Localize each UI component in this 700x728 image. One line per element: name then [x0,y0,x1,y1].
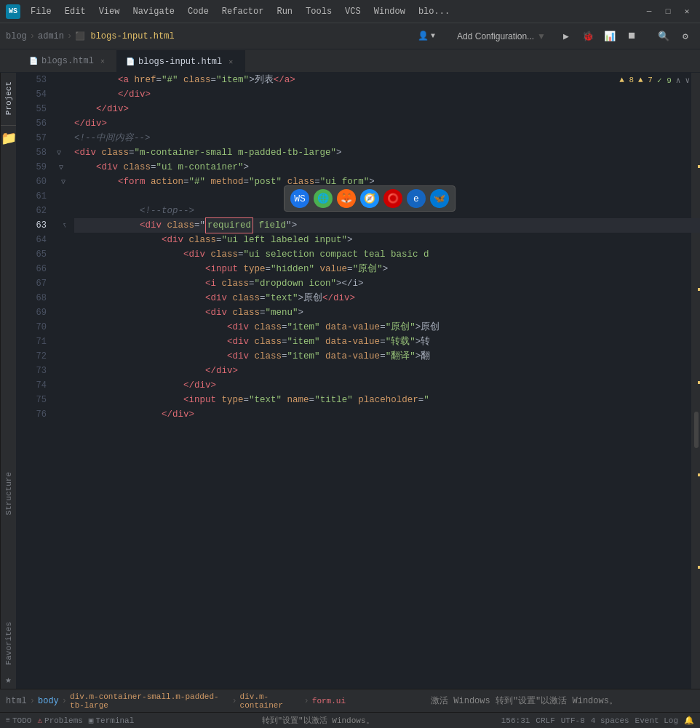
chrome-icon[interactable]: 🌐 [314,189,333,208]
badge-area: ▲ 8 ▲ 7 ✓ 9 ∧ ∨ [619,73,690,87]
breadcrumb-file[interactable]: ⬛ blogs-input.html [75,31,174,41]
code-line-65: <div class="ui selection compact teal ba… [74,247,700,262]
fold-63[interactable]: ▽ [52,218,65,233]
coverage-button[interactable]: 📊 [601,28,619,45]
code-line-70: <div class="item" data-value="原创" >原创 [74,320,700,335]
menu-code[interactable]: Code [182,5,215,18]
status-bar: ≡ TODO ⚠ Problems ▣ Terminal 转到"设置"以激活 W… [0,712,700,728]
code-line-59: <div class="ui m-container" > [74,160,700,175]
bc-html[interactable]: html [6,696,27,706]
close-button[interactable]: ✕ [680,4,694,19]
chevron-up-icon[interactable]: ∧ [676,76,681,85]
sidebar-star-icon[interactable]: ★ [2,671,14,689]
code-line-56: </div> [74,116,700,131]
ie-icon[interactable]: e [407,189,426,208]
sidebar-structure-label[interactable]: Structure [1,466,16,521]
chevron-down-icon[interactable]: ∨ [685,76,690,85]
code-line-55: </div> [74,102,700,116]
terminal-button[interactable]: ▣ Terminal [89,716,134,725]
bottom-breadcrumb: html › body › div.m-container-small.m-pa… [6,692,346,710]
bc-div-container[interactable]: div.m-container-small.m-padded-tb-large [70,692,228,710]
tab-blogs-input-html[interactable]: 📄 blogs-input.html ✕ [117,50,245,72]
maximize-button[interactable]: □ [661,4,675,19]
menu-run[interactable]: Run [271,5,298,18]
code-line-75: <input type="text" name="title" placehol… [74,393,700,407]
warning-badge-1: ▲ 8 [619,76,634,84]
code-line-72: <div class="item" data-value="翻译" >翻 [74,349,700,364]
code-line-69: <div class="menu" > [74,305,700,320]
menu-vcs[interactable]: VCS [339,5,367,18]
tab-close-input[interactable]: ✕ [226,57,236,67]
menu-blog[interactable]: blo... [413,5,456,18]
menu-window[interactable]: Window [368,5,411,18]
app-logo: WS [6,4,20,19]
menu-bar[interactable]: File Edit View Navigate Code Refactor Ru… [25,5,456,18]
notifications-icon[interactable]: 🔔 [684,716,694,725]
fold-60[interactable]: ▽ [52,175,65,189]
line-number-gutter: 53 54 55 56 57 58 59 60 61 62 63 64 65 6… [16,73,52,689]
breadcrumb-admin[interactable]: admin [38,31,64,41]
editor-area: Project 📁 Structure Favorites ★ 53 54 55… [0,73,700,689]
code-scroll-area: <a href="#" class="item" >列表</a> </div> … [65,73,700,422]
sidebar-left: Project 📁 Structure Favorites ★ [0,73,16,689]
code-line-53: <a href="#" class="item" >列表</a> [74,73,700,87]
search-button[interactable]: 🔍 [655,28,672,45]
bc-form[interactable]: form.ui [312,697,346,705]
add-configuration-button[interactable]: Add Configuration... ▼ [450,28,553,44]
stop-button[interactable]: ⏹ [623,28,640,45]
run-button[interactable]: ▶ [557,28,575,45]
menu-edit[interactable]: Edit [59,5,92,18]
code-line-57: <!--中间内容--> [74,131,700,145]
edge-icon[interactable]: 🦋 [430,189,449,208]
tab-blogs-html[interactable]: 📄 blogs.html ✕ [20,50,117,72]
code-content: <a href="#" class="item" >列表</a> </div> … [65,73,700,422]
warning-badge-2: ▲ 7 [638,76,653,84]
todo-button[interactable]: ≡ TODO [6,716,31,725]
crlf-indicator[interactable]: CRLF [536,716,554,725]
minimize-button[interactable]: ─ [642,4,656,19]
bottom-breadcrumb-bar: html › body › div.m-container-small.m-pa… [0,689,700,712]
code-line-67: <i class="dropdown icon" ></i> [74,276,700,291]
menu-navigate[interactable]: Navigate [127,5,180,18]
bc-body[interactable]: body [38,696,59,706]
menu-view[interactable]: View [93,5,126,18]
activation-watermark: 激活 Windows 转到"设置"以激活 Windows。 [354,695,694,707]
line-col-indicator: 156:31 [501,716,530,725]
safari-icon[interactable]: 🧭 [360,189,379,208]
indent-indicator[interactable]: 4 spaces [591,716,629,725]
menu-tools[interactable]: Tools [300,5,338,18]
breadcrumb-blog[interactable]: blog [6,31,27,41]
debug-button[interactable]: 🐞 [579,28,597,45]
code-line-54: </div> [74,87,700,102]
code-line-58: <div class="m-container-small m-padded-t… [74,145,700,160]
menu-file[interactable]: File [25,5,57,18]
problems-button[interactable]: ⚠ Problems [37,716,82,725]
tab-icon-input: 📄 [126,57,135,66]
opera-icon[interactable]: ⭕ [383,189,402,208]
bc-div-m-container[interactable]: div.m-container [240,692,301,710]
code-line-68: <div class="text" >原创</div> [74,291,700,305]
code-line-71: <div class="item" data-value="转载" >转 [74,335,700,349]
menu-refactor[interactable]: Refactor [216,5,270,18]
fold-gutter: ▽ ▽ ▽ ▽ ▽ ▽ ▽ [52,73,65,689]
fold-58[interactable]: ▽ [52,145,65,160]
event-log-button[interactable]: Event Log [635,716,678,725]
firefox-icon[interactable]: 🦊 [337,189,356,208]
code-line-73: </div> [74,364,700,378]
webstorm-run-icon[interactable]: WS [290,189,309,208]
breadcrumb: blog › admin › ⬛ blogs-input.html [6,31,175,41]
user-icon[interactable]: 👤▼ [418,31,435,41]
code-line-76: </div> [74,407,700,422]
sidebar-favorites-label[interactable]: Favorites [1,616,16,671]
ok-badge: ✓ 9 [657,76,672,85]
tab-icon-blogs: 📄 [29,57,38,65]
code-line-66: <input type="hidden" value="原创" > [74,262,700,276]
tab-bar: 📄 blogs.html ✕ 📄 blogs-input.html ✕ [0,49,700,73]
code-line-64: <div class="ui left labeled input" > [74,233,700,247]
sidebar-project-label[interactable]: Project [1,73,16,124]
tab-close-blogs[interactable]: ✕ [98,56,108,66]
fold-59[interactable]: ▽ [52,160,65,175]
code-editor[interactable]: ▲ 8 ▲ 7 ✓ 9 ∧ ∨ WS 🌐 🦊 🧭 ⭕ e 🦋 [65,73,700,689]
settings-button[interactable]: ⚙ [677,28,694,45]
encoding-indicator[interactable]: UTF-8 [561,716,585,725]
